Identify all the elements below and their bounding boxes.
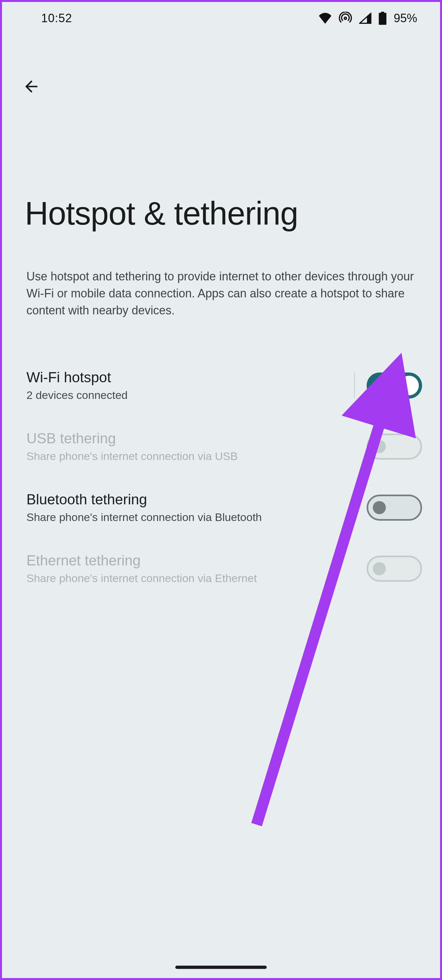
toggle-knob [373,440,386,453]
hotspot-icon [339,12,352,25]
back-button[interactable] [18,74,45,100]
toggle-knob [399,376,419,395]
setting-bluetooth-tethering[interactable]: Bluetooth tethering Share phone's intern… [27,477,422,538]
battery-icon [379,12,386,25]
setting-title: Ethernet tethering [27,552,347,569]
wifi-icon [319,13,332,24]
page-description: Use hotspot and tethering to provide int… [2,232,440,319]
setting-text: Bluetooth tethering Share phone's intern… [27,491,347,523]
setting-text: Wi-Fi hotspot 2 devices connected [27,369,347,401]
status-time: 10:52 [41,11,72,25]
setting-title: Bluetooth tethering [27,491,347,508]
page-title: Hotspot & tethering [2,100,440,232]
cellular-icon [359,13,372,24]
setting-text: Ethernet tethering Share phone's interne… [27,552,347,585]
setting-title: USB tethering [27,430,347,447]
setting-subtitle: Share phone's internet connection via US… [27,450,347,463]
status-icons: 95% [319,11,417,25]
toggle-knob [373,562,386,575]
ethernet-tethering-toggle [367,555,422,582]
device-frame: 10:52 95% Hotspot & tethering Use [0,0,442,980]
bluetooth-tethering-toggle[interactable] [367,495,422,521]
setting-usb-tethering: USB tethering Share phone's internet con… [27,416,422,477]
home-indicator [175,966,267,969]
divider [354,372,355,399]
setting-wifi-hotspot[interactable]: Wi-Fi hotspot 2 devices connected [27,355,422,416]
usb-tethering-toggle [367,434,422,460]
arrow-back-icon [22,77,40,97]
setting-subtitle: Share phone's internet connection via Et… [27,572,347,585]
settings-list: Wi-Fi hotspot 2 devices connected USB te… [2,319,440,599]
app-bar [2,35,440,100]
setting-text: USB tethering Share phone's internet con… [27,430,347,463]
battery-percentage: 95% [394,11,417,25]
setting-subtitle: 2 devices connected [27,389,347,401]
setting-title: Wi-Fi hotspot [27,369,347,385]
setting-ethernet-tethering: Ethernet tethering Share phone's interne… [27,538,422,599]
wifi-hotspot-toggle[interactable] [367,372,422,399]
status-bar: 10:52 95% [2,2,440,35]
setting-subtitle: Share phone's internet connection via Bl… [27,511,347,523]
toggle-knob [373,501,386,514]
